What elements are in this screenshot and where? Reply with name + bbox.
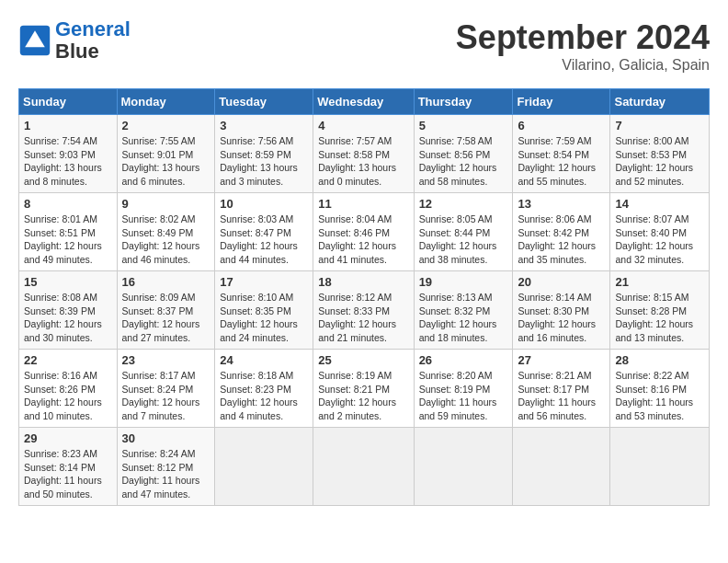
calendar-cell: 16Sunrise: 8:09 AM Sunset: 8:37 PM Dayli… [117, 271, 215, 350]
day-number: 14 [615, 197, 704, 211]
day-info: Sunrise: 8:20 AM Sunset: 8:19 PM Dayligh… [419, 369, 508, 423]
calendar-cell: 12Sunrise: 8:05 AM Sunset: 8:44 PM Dayli… [414, 193, 513, 271]
calendar-cell: 10Sunrise: 8:03 AM Sunset: 8:47 PM Dayli… [215, 193, 313, 271]
day-number: 17 [220, 275, 308, 289]
calendar-cell: 29Sunrise: 8:23 AM Sunset: 8:14 PM Dayli… [19, 428, 118, 506]
calendar-cell: 8Sunrise: 8:01 AM Sunset: 8:51 PM Daylig… [19, 193, 118, 271]
day-info: Sunrise: 8:05 AM Sunset: 8:44 PM Dayligh… [419, 213, 508, 267]
calendar-cell: 23Sunrise: 8:17 AM Sunset: 8:24 PM Dayli… [117, 350, 215, 428]
day-info: Sunrise: 7:59 AM Sunset: 8:54 PM Dayligh… [518, 134, 605, 189]
day-number: 24 [220, 353, 308, 367]
calendar-cell: 28Sunrise: 8:22 AM Sunset: 8:16 PM Dayli… [610, 350, 710, 428]
weekday-header-friday: Friday [513, 89, 610, 115]
weekday-header-thursday: Thursday [414, 89, 513, 115]
day-number: 6 [518, 119, 605, 132]
calendar-cell: 5Sunrise: 7:58 AM Sunset: 8:56 PM Daylig… [414, 115, 513, 193]
day-number: 13 [518, 197, 605, 211]
calendar-body: 1Sunrise: 7:54 AM Sunset: 9:03 PM Daylig… [19, 115, 710, 506]
calendar-cell: 18Sunrise: 8:12 AM Sunset: 8:33 PM Dayli… [313, 271, 414, 350]
day-info: Sunrise: 8:24 AM Sunset: 8:12 PM Dayligh… [122, 447, 210, 501]
calendar-cell: 21Sunrise: 8:15 AM Sunset: 8:28 PM Dayli… [610, 271, 710, 350]
calendar-header: SundayMondayTuesdayWednesdayThursdayFrid… [19, 89, 710, 115]
calendar-cell: 9Sunrise: 8:02 AM Sunset: 8:49 PM Daylig… [117, 193, 215, 271]
logo-line2: Blue [55, 40, 131, 63]
day-info: Sunrise: 8:09 AM Sunset: 8:37 PM Dayligh… [122, 291, 210, 345]
day-info: Sunrise: 8:23 AM Sunset: 8:14 PM Dayligh… [24, 447, 112, 501]
month-title: September 2024 [456, 18, 710, 57]
day-info: Sunrise: 8:12 AM Sunset: 8:33 PM Dayligh… [318, 291, 408, 345]
day-number: 20 [518, 275, 605, 289]
day-number: 21 [615, 275, 704, 289]
day-info: Sunrise: 8:13 AM Sunset: 8:32 PM Dayligh… [419, 291, 508, 345]
day-number: 9 [122, 197, 210, 211]
calendar-cell: 2Sunrise: 7:55 AM Sunset: 9:01 PM Daylig… [117, 115, 215, 193]
calendar-week-3: 22Sunrise: 8:16 AM Sunset: 8:26 PM Dayli… [19, 350, 710, 428]
day-number: 30 [122, 431, 210, 445]
calendar-cell: 30Sunrise: 8:24 AM Sunset: 8:12 PM Dayli… [117, 428, 215, 506]
calendar-cell: 3Sunrise: 7:56 AM Sunset: 8:59 PM Daylig… [215, 115, 313, 193]
day-info: Sunrise: 8:17 AM Sunset: 8:24 PM Dayligh… [122, 369, 210, 423]
day-number: 3 [220, 119, 308, 132]
day-number: 29 [24, 431, 112, 445]
logo: General Blue [18, 18, 131, 63]
day-number: 2 [122, 119, 210, 132]
weekday-header-saturday: Saturday [610, 89, 710, 115]
calendar-cell: 6Sunrise: 7:59 AM Sunset: 8:54 PM Daylig… [513, 115, 610, 193]
day-info: Sunrise: 8:04 AM Sunset: 8:46 PM Dayligh… [318, 213, 408, 267]
calendar-cell: 20Sunrise: 8:14 AM Sunset: 8:30 PM Dayli… [513, 271, 610, 350]
day-info: Sunrise: 7:55 AM Sunset: 9:01 PM Dayligh… [122, 134, 210, 189]
day-number: 11 [318, 197, 408, 211]
day-info: Sunrise: 8:01 AM Sunset: 8:51 PM Dayligh… [24, 213, 112, 267]
calendar-cell: 7Sunrise: 8:00 AM Sunset: 8:53 PM Daylig… [610, 115, 710, 193]
day-number: 22 [24, 353, 112, 367]
calendar-cell: 1Sunrise: 7:54 AM Sunset: 9:03 PM Daylig… [19, 115, 118, 193]
logo-text: General Blue [55, 18, 131, 63]
day-number: 5 [419, 119, 508, 132]
page-header: General Blue September 2024 Vilarino, Ga… [18, 18, 710, 74]
calendar-cell [313, 428, 414, 506]
calendar-cell: 19Sunrise: 8:13 AM Sunset: 8:32 PM Dayli… [414, 271, 513, 350]
day-number: 16 [122, 275, 210, 289]
day-number: 12 [419, 197, 508, 211]
day-info: Sunrise: 8:21 AM Sunset: 8:17 PM Dayligh… [518, 369, 605, 423]
day-number: 19 [419, 275, 508, 289]
calendar-cell [215, 428, 313, 506]
day-info: Sunrise: 7:58 AM Sunset: 8:56 PM Dayligh… [419, 134, 508, 189]
weekday-header-wednesday: Wednesday [313, 89, 414, 115]
calendar-table: SundayMondayTuesdayWednesdayThursdayFrid… [18, 88, 710, 506]
day-number: 8 [24, 197, 112, 211]
day-info: Sunrise: 8:15 AM Sunset: 8:28 PM Dayligh… [615, 291, 704, 345]
calendar-week-0: 1Sunrise: 7:54 AM Sunset: 9:03 PM Daylig… [19, 115, 710, 193]
day-info: Sunrise: 7:54 AM Sunset: 9:03 PM Dayligh… [24, 134, 112, 189]
day-number: 25 [318, 353, 408, 367]
day-info: Sunrise: 8:10 AM Sunset: 8:35 PM Dayligh… [220, 291, 308, 345]
day-info: Sunrise: 8:14 AM Sunset: 8:30 PM Dayligh… [518, 291, 605, 345]
calendar-cell [513, 428, 610, 506]
day-number: 1 [24, 119, 112, 132]
day-info: Sunrise: 8:16 AM Sunset: 8:26 PM Dayligh… [24, 369, 112, 423]
day-info: Sunrise: 8:19 AM Sunset: 8:21 PM Dayligh… [318, 369, 408, 423]
day-number: 10 [220, 197, 308, 211]
day-info: Sunrise: 8:02 AM Sunset: 8:49 PM Dayligh… [122, 213, 210, 267]
day-info: Sunrise: 8:07 AM Sunset: 8:40 PM Dayligh… [615, 213, 704, 267]
calendar-week-2: 15Sunrise: 8:08 AM Sunset: 8:39 PM Dayli… [19, 271, 710, 350]
calendar-cell [414, 428, 513, 506]
day-number: 26 [419, 353, 508, 367]
day-info: Sunrise: 7:57 AM Sunset: 8:58 PM Dayligh… [318, 134, 408, 189]
day-number: 15 [24, 275, 112, 289]
calendar-cell: 24Sunrise: 8:18 AM Sunset: 8:23 PM Dayli… [215, 350, 313, 428]
calendar-week-4: 29Sunrise: 8:23 AM Sunset: 8:14 PM Dayli… [19, 428, 710, 506]
calendar-cell: 25Sunrise: 8:19 AM Sunset: 8:21 PM Dayli… [313, 350, 414, 428]
logo-icon [18, 24, 51, 57]
day-number: 7 [615, 119, 704, 132]
calendar-cell [610, 428, 710, 506]
day-info: Sunrise: 8:06 AM Sunset: 8:42 PM Dayligh… [518, 213, 605, 267]
day-number: 27 [518, 353, 605, 367]
calendar-cell: 26Sunrise: 8:20 AM Sunset: 8:19 PM Dayli… [414, 350, 513, 428]
calendar-cell: 27Sunrise: 8:21 AM Sunset: 8:17 PM Dayli… [513, 350, 610, 428]
day-number: 18 [318, 275, 408, 289]
calendar-cell: 11Sunrise: 8:04 AM Sunset: 8:46 PM Dayli… [313, 193, 414, 271]
calendar-week-1: 8Sunrise: 8:01 AM Sunset: 8:51 PM Daylig… [19, 193, 710, 271]
calendar-cell: 13Sunrise: 8:06 AM Sunset: 8:42 PM Dayli… [513, 193, 610, 271]
day-number: 4 [318, 119, 408, 132]
